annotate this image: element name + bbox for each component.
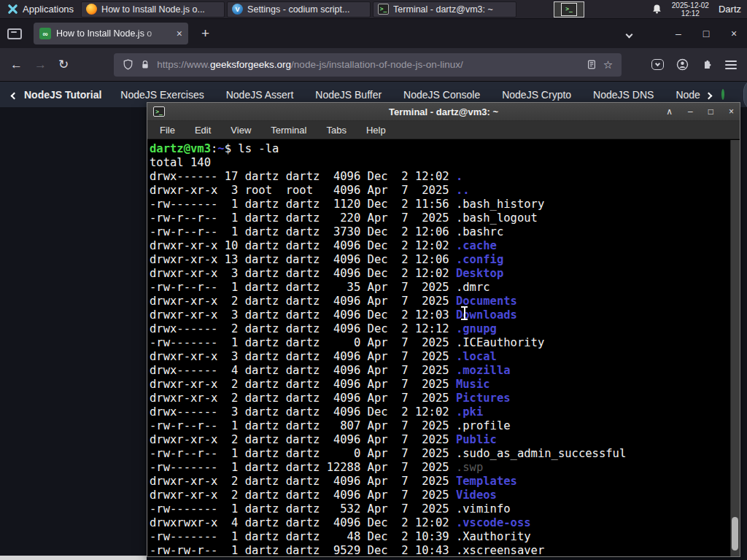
site-nav-link[interactable]: NodeJS DNS (593, 89, 654, 101)
file-name: .viminfo (456, 502, 511, 516)
nav-scroll-left-icon[interactable] (12, 89, 17, 101)
site-nav-link[interactable]: NodeJS Assert (226, 89, 294, 101)
desktop: Applications How to Install Node.js o...… (0, 0, 747, 560)
maximize-button[interactable]: □ (700, 28, 712, 39)
total-line: total 140 (150, 156, 211, 169)
site-nav-link[interactable]: NodeJS Crypto (502, 89, 571, 101)
menu-hamburger-icon[interactable] (725, 61, 737, 69)
list-all-tabs-button[interactable] (627, 27, 632, 40)
terminal-line: drwxrwxr-x 4 dartz dartz 4096 Dec 2 12:0… (150, 516, 531, 529)
terminal-line: drwxr-xr-x 3 dartz dartz 4096 Apr 7 2025… (150, 350, 497, 363)
file-name: .config (456, 253, 503, 266)
terminal-menu-item[interactable]: File (160, 125, 175, 136)
file-name: .local (456, 350, 497, 363)
shade-button[interactable]: ∧ (666, 106, 673, 117)
panel-clock[interactable]: 2025-12-02 12:12 (672, 1, 709, 18)
geeksforgeeks-favicon: ∞ (39, 28, 51, 39)
reader-mode-icon[interactable] (587, 59, 597, 70)
file-name: .bash_logout (456, 211, 538, 225)
terminal-title-bar[interactable]: Terminal - dartz@vm3: ~ ∧ – □ × (147, 103, 740, 121)
close-button[interactable]: × (729, 106, 734, 117)
terminal-line: drwxr-xr-x 2 dartz dartz 4096 Apr 7 2025… (150, 378, 490, 391)
file-name: .mozilla (456, 364, 511, 377)
file-name: .xscreensaver (456, 544, 544, 556)
mouse-ibeam-cursor (460, 306, 468, 320)
terminal-output[interactable]: dartz@vm3:~$ ls -la total 140 drwx------… (147, 140, 730, 556)
applications-menu-button[interactable]: Applications (0, 0, 81, 19)
minimize-button[interactable]: – (673, 28, 684, 39)
forward-button[interactable]: → (34, 58, 47, 72)
taskbar-window-label: Terminal - dartz@vm3: ~ (393, 4, 493, 15)
terminal-menu-item[interactable]: View (231, 125, 251, 136)
url-text: https://www.geeksforgeeks.org/node-js/in… (157, 59, 462, 70)
terminal-line: drwxr-xr-x 2 dartz dartz 4096 Apr 7 2025… (150, 475, 517, 488)
taskbar-window-button[interactable]: How to Install Node.js o... (81, 1, 225, 18)
terminal-line: drwx------ 3 dartz dartz 4096 Dec 2 12:0… (150, 405, 483, 419)
panel-username: Dartz (719, 4, 741, 15)
minimize-button[interactable]: – (688, 106, 693, 117)
url-bar[interactable]: https://www.geeksforgeeks.org/node-js/in… (114, 53, 622, 77)
file-name: .gnupg (456, 322, 497, 335)
terminal-menu-item[interactable]: Help (366, 125, 386, 136)
terminal-scrollbar[interactable] (730, 140, 740, 556)
notification-bell-icon[interactable] (651, 4, 662, 15)
terminal-line: drwx------ 2 dartz dartz 4096 Dec 2 12:1… (150, 322, 497, 335)
file-name: .pki (456, 405, 483, 419)
terminal-menu-bar: FileEditViewTerminalTabsHelp (147, 121, 740, 139)
terminal-line: drwx------ 4 dartz dartz 4096 Apr 7 2025… (150, 364, 511, 377)
close-button[interactable]: × (728, 28, 740, 39)
terminal-menu-item[interactable]: Tabs (326, 125, 346, 136)
site-nav-link[interactable]: NodeJS Exercises (120, 89, 204, 101)
file-name: .vscode-oss (456, 516, 531, 529)
terminal-line: -rw------- 1 dartz dartz 12288 Apr 7 202… (150, 461, 483, 474)
taskbar-window-button[interactable]: Settings - codium script... (227, 1, 371, 18)
url-path: /node-js/installation-of-node-js-on-linu… (291, 59, 463, 70)
distro-logo-icon (7, 4, 18, 15)
terminal-window-controls: ∧ – □ × (666, 106, 734, 117)
site-nav-link[interactable]: Node (676, 89, 700, 101)
tracking-shield-icon[interactable] (123, 59, 133, 70)
workspace-terminal-icon (561, 3, 577, 16)
taskbar-window-icon (86, 4, 97, 15)
file-name: Pictures (456, 392, 511, 405)
workspace-switcher[interactable] (554, 1, 584, 18)
terminal-line: drwx------ 17 dartz dartz 4096 Dec 2 12:… (150, 170, 462, 183)
search-icon[interactable] (721, 89, 724, 100)
firefox-view-icon[interactable] (7, 28, 22, 39)
tab-close-button[interactable]: × (177, 28, 182, 39)
site-nav-link[interactable]: NodeJS Buffer (315, 89, 382, 101)
prompt-user: dartz@vm3 (150, 142, 211, 155)
file-name: .dmrc (456, 281, 490, 294)
extensions-puzzle-icon[interactable] (701, 59, 713, 71)
terminal-line: -rw-r--r-- 1 dartz dartz 220 Apr 7 2025 … (150, 211, 538, 225)
lock-icon[interactable] (140, 59, 150, 70)
account-icon[interactable] (676, 58, 689, 71)
bookmark-star-icon[interactable]: ☆ (603, 58, 613, 71)
file-name: .cache (456, 239, 497, 252)
terminal-menu-item[interactable]: Edit (195, 125, 211, 136)
pocket-icon[interactable] (651, 59, 664, 70)
sign-in-button[interactable]: Sign In (743, 79, 747, 111)
file-name: .Xauthority (456, 530, 531, 543)
taskbar-window-button[interactable]: Terminal - dartz@vm3: ~ (373, 1, 516, 18)
file-name: .bash_history (456, 198, 544, 211)
terminal-menu-item[interactable]: Terminal (271, 125, 306, 136)
terminal-icon (153, 106, 165, 117)
terminal-line: drwxr-xr-x 2 dartz dartz 4096 Apr 7 2025… (150, 489, 497, 502)
reload-button[interactable]: ↻ (58, 57, 69, 72)
firefox-tab-strip: ∞ How to Install Node.js o × + – □ × (0, 19, 747, 48)
site-nav-link[interactable]: NodeJS Console (403, 89, 480, 101)
terminal-line: drwxr-xr-x 10 dartz dartz 4096 Dec 2 12:… (150, 239, 497, 252)
back-button[interactable]: ← (10, 58, 23, 72)
maximize-button[interactable]: □ (708, 106, 713, 117)
firefox-toolbar: ← → ↻ https://www.geeksforgeeks.org/node… (0, 48, 747, 82)
file-name: Desktop (456, 267, 503, 280)
site-nav-link[interactable]: NodeJS Tutorial (24, 89, 101, 101)
taskbar-window-label: How to Install Node.js o... (101, 4, 205, 15)
url-scheme: https://www. (157, 59, 210, 70)
scrollbar-thumb[interactable] (732, 517, 738, 551)
file-name: . (456, 170, 462, 183)
nav-scroll-right-icon[interactable] (706, 89, 711, 101)
new-tab-button[interactable]: + (201, 26, 209, 42)
browser-tab-active[interactable]: ∞ How to Install Node.js o × (34, 23, 188, 44)
